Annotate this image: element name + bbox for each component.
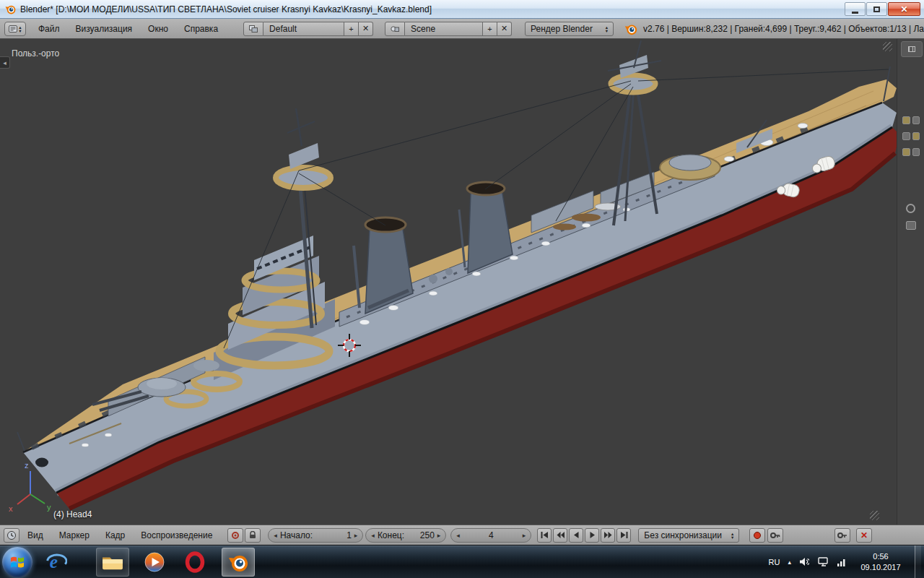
hidden-icons-button[interactable]: ▴ xyxy=(788,558,791,566)
taskbar-explorer-button[interactable] xyxy=(96,548,129,577)
next-keyframe-button[interactable] xyxy=(601,528,615,543)
scene-browse-icon xyxy=(391,25,399,33)
taskbar-wmp-button[interactable] xyxy=(138,548,171,577)
dropdown-arrows-icon: ▴▾ xyxy=(19,25,21,33)
signal-icon[interactable] xyxy=(837,557,847,566)
layout-add-button[interactable]: + xyxy=(344,22,359,36)
clock-date: 09.10.2017 xyxy=(855,562,907,572)
toolshelf-expand-tab[interactable]: ◂ xyxy=(0,56,10,69)
taskbar-ie-button[interactable]: e xyxy=(40,548,73,577)
show-desktop-button[interactable] xyxy=(915,545,921,578)
properties-tab[interactable] xyxy=(901,41,923,57)
key-icon xyxy=(770,532,780,539)
scene-unlink-button[interactable]: ✕ xyxy=(497,22,512,36)
red-x-icon: ✕ xyxy=(860,530,868,540)
viewport-canvas[interactable]: z y x xyxy=(0,39,924,525)
view-split-grip[interactable] xyxy=(883,42,892,51)
delete-keyframe-button[interactable]: ✕ xyxy=(856,528,872,543)
current-frame-field[interactable]: ◂ 4 ▸ xyxy=(450,528,531,543)
svg-text:y: y xyxy=(47,503,51,512)
keying-set-button[interactable] xyxy=(767,528,783,543)
folder-icon xyxy=(101,553,124,571)
prev-keyframe-button[interactable] xyxy=(553,528,567,543)
panel-icon-row[interactable] xyxy=(902,114,920,126)
screen-layout-selector: Default + ✕ xyxy=(243,22,373,36)
auto-keyframe-toggle[interactable] xyxy=(227,528,243,543)
properties-region-collapsed xyxy=(897,39,924,525)
plus-icon: + xyxy=(487,25,492,33)
viewport-3d[interactable]: z y x Польз.-орто (4) Head4 ◂ xyxy=(0,39,924,525)
blender-logo-icon xyxy=(624,22,638,36)
scene-browse-button[interactable] xyxy=(385,22,405,36)
svg-text:z: z xyxy=(25,461,29,470)
lock-icon xyxy=(249,531,256,539)
ship-model xyxy=(17,40,899,509)
panel-icon[interactable] xyxy=(906,221,916,230)
close-icon: ✕ xyxy=(900,4,907,14)
maximize-icon xyxy=(873,7,880,12)
timeline-menu-marker[interactable]: Маркер xyxy=(51,525,97,545)
system-tray: RU ▴ 0:56 09.10.2017 xyxy=(769,545,924,578)
frame-start-field[interactable]: ◂ Начало: 1 ▸ xyxy=(268,528,363,543)
volume-icon[interactable] xyxy=(799,557,809,566)
maximize-button[interactable] xyxy=(866,2,887,16)
layout-browse-button[interactable] xyxy=(243,22,263,36)
window-titlebar[interactable]: Blender* [D:\МОИ МОДЕЛИ\USSA\ТИП СВЕТЛАН… xyxy=(0,0,924,19)
start-button[interactable] xyxy=(2,547,32,577)
timeline-menu-view[interactable]: Вид xyxy=(19,525,51,545)
view-split-grip[interactable] xyxy=(870,511,879,520)
close-button[interactable]: ✕ xyxy=(888,2,920,16)
editor-type-selector[interactable]: ▴▾ xyxy=(4,22,26,36)
window-title: Blender* [D:\МОИ МОДЕЛИ\USSA\ТИП СВЕТЛАН… xyxy=(20,4,845,14)
timeline-editor-selector[interactable] xyxy=(4,528,19,543)
dropdown-arrows-icon: ▴▾ xyxy=(731,532,733,539)
play-reverse-button[interactable] xyxy=(569,528,583,543)
key-icon xyxy=(837,532,847,539)
hull-upper xyxy=(23,103,897,493)
menu-render[interactable]: Визуализация xyxy=(68,19,141,38)
timeline-header: Вид Маркер Кадр Воспроизведение ◂ Начало… xyxy=(0,525,924,545)
menu-file[interactable]: Файл xyxy=(30,19,68,38)
jump-to-start-button[interactable] xyxy=(537,528,552,543)
minimize-button[interactable] xyxy=(845,2,866,16)
circle-icon[interactable] xyxy=(906,204,915,213)
play-button[interactable] xyxy=(585,528,599,543)
svg-text:x: x xyxy=(9,504,13,513)
timeline-menu-playback[interactable]: Воспроизведение xyxy=(133,525,220,545)
insert-keyframe-button[interactable] xyxy=(834,528,850,543)
scene-selector: Scene + ✕ xyxy=(385,22,512,36)
jump-to-end-button[interactable] xyxy=(616,528,631,543)
taskbar-blender-button[interactable] xyxy=(222,548,255,577)
blender-icon xyxy=(227,551,250,574)
panel-icon-row[interactable] xyxy=(902,146,920,158)
sync-mode-dropdown[interactable]: Без синхронизации ▴▾ xyxy=(638,528,739,543)
clock[interactable]: 0:56 09.10.2017 xyxy=(855,551,907,572)
scene-add-button[interactable]: + xyxy=(483,22,497,36)
windows-logo-icon xyxy=(9,553,26,571)
frame-end-field[interactable]: ◂ Конец: 250 ▸ xyxy=(365,528,446,543)
minimize-icon xyxy=(852,12,858,14)
record-button[interactable] xyxy=(749,528,765,543)
language-indicator[interactable]: RU xyxy=(769,558,780,566)
layout-browse-icon xyxy=(249,25,258,33)
plus-icon: + xyxy=(349,25,353,33)
scene-statistics: v2.76 | Вершин:8,232 | Граней:4,699 | Тр… xyxy=(643,24,924,34)
panel-icon-row[interactable] xyxy=(902,130,920,142)
render-engine-dropdown[interactable]: Рендер Blender ▴▾ xyxy=(525,22,614,36)
menu-help[interactable]: Справка xyxy=(176,19,226,38)
layout-unlink-button[interactable]: ✕ xyxy=(359,22,373,36)
lock-toggle[interactable] xyxy=(245,528,261,543)
record-icon xyxy=(754,532,761,539)
timeline-menu-frame[interactable]: Кадр xyxy=(97,525,133,545)
windows-taskbar: e xyxy=(0,545,924,578)
network-icon[interactable] xyxy=(817,557,829,566)
scene-name-field[interactable]: Scene xyxy=(405,22,483,36)
taskbar-opera-button[interactable] xyxy=(178,548,212,577)
desktop-screen: Blender* [D:\МОИ МОДЕЛИ\USSA\ТИП СВЕТЛАН… xyxy=(0,0,924,578)
playback-controls xyxy=(536,528,631,543)
menu-window[interactable]: Окно xyxy=(140,19,176,38)
active-object-label: (4) Head4 xyxy=(53,509,92,519)
internet-explorer-icon: e xyxy=(45,551,67,573)
layout-name-field[interactable]: Default xyxy=(263,22,344,36)
media-player-icon xyxy=(144,551,165,573)
